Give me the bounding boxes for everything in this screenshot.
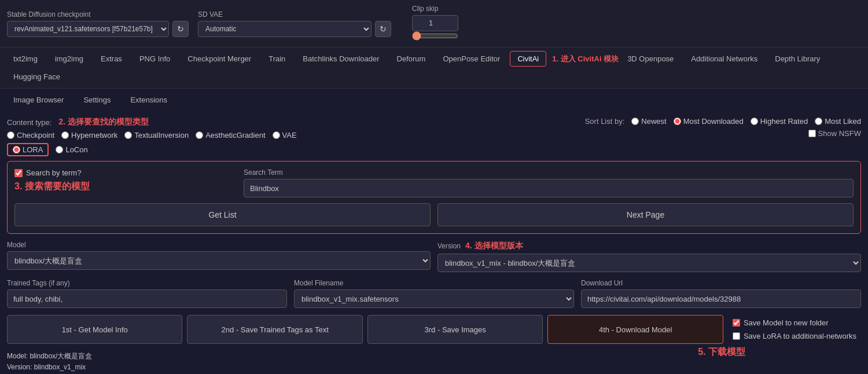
sort-section: Sort List by: Newest Most Downloaded (585, 117, 861, 138)
tab-img2img[interactable]: img2img (47, 51, 91, 67)
version-label: Version (437, 242, 461, 250)
step1-annotation: 1. 进入 CivitAi 模块 (552, 54, 619, 64)
radio-lora[interactable]: LORA (7, 143, 49, 156)
sd-label: Stable Diffusion checkpoint (7, 10, 189, 19)
step5-annotation: 5. 下载模型 (698, 347, 745, 357)
sort-most-downloaded[interactable]: Most Downloaded (674, 117, 744, 126)
vae-section: SD VAE Automatic ↻ (198, 10, 391, 37)
tags-label: Trained Tags (if any) (7, 279, 287, 287)
clip-skip-section: Clip skip (412, 5, 458, 42)
nav-tabs-row2: Image Browser Settings Extensions (0, 89, 868, 112)
nav-tabs-row1: txt2img img2img Extras PNG Info Checkpoi… (0, 47, 868, 89)
tab-additional-networks[interactable]: Additional Networks (683, 51, 765, 67)
vae-select[interactable]: Automatic (198, 21, 372, 37)
step3-annotation: 3. 搜索需要的模型 (14, 181, 234, 193)
top-bar: Stable Diffusion checkpoint revAnimated_… (0, 0, 868, 47)
save-additional-networks-checkbox[interactable] (733, 332, 740, 340)
radio-hypernetwork[interactable]: Hypernetwork (61, 131, 117, 140)
radio-checkpoint[interactable]: Checkpoint (7, 131, 54, 140)
get-list-btn[interactable]: Get List (14, 203, 431, 226)
tab-civitai[interactable]: CivitAi (510, 51, 546, 67)
tab-batchlinks[interactable]: Batchlinks Downloader (295, 51, 387, 67)
filename-select[interactable]: blindbox_v1_mix.safetensors (294, 289, 574, 308)
radio-aestheticgradient[interactable]: AestheticGradient (196, 131, 265, 140)
version-info-value: blindbox_v1_mix (34, 363, 86, 371)
tags-input[interactable] (7, 289, 287, 308)
sort-label: Sort List by: (585, 117, 625, 126)
search-btn-row: Get List Next Page (14, 203, 854, 226)
model-label: Model (7, 241, 431, 249)
sort-most-liked[interactable]: Most Liked (815, 117, 861, 126)
tab-depth-library[interactable]: Depth Library (767, 51, 827, 67)
radio-locon[interactable]: LoCon (56, 143, 87, 156)
sort-highest-rated[interactable]: Highest Rated (751, 117, 808, 126)
download-model-btn[interactable]: 4th - Download Model (547, 315, 723, 344)
filename-field: Model Filename blindbox_v1_mix.safetenso… (294, 279, 574, 308)
step2-annotation: 2. 选择要查找的模型类型 (58, 117, 149, 127)
model-version-row: Model blindbox/大概是盲盒 Version 4. 选择模型版本 b… (7, 241, 861, 272)
next-page-btn[interactable]: Next Page (437, 203, 854, 226)
get-model-info-btn[interactable]: 1st - Get Model Info (7, 315, 182, 344)
sort-options: Newest Most Downloaded Highest Rated (631, 117, 861, 126)
url-label: Download Url (581, 279, 861, 287)
show-nsfw-option[interactable]: Show NSFW (808, 129, 861, 138)
sort-newest[interactable]: Newest (631, 117, 666, 126)
clip-skip-label: Clip skip (412, 5, 458, 13)
save-trained-tags-btn[interactable]: 2nd - Save Trained Tags as Text (187, 315, 362, 344)
vae-label: SD VAE (198, 10, 391, 19)
save-images-btn[interactable]: 3rd - Save Images (367, 315, 543, 344)
content-type-options: Checkpoint Hypernetwork TextualInversion… (7, 131, 297, 140)
search-by-term-checkbox[interactable]: Search by term? (14, 168, 234, 177)
tab-png-info[interactable]: PNG Info (132, 51, 178, 67)
clip-skip-input[interactable] (412, 15, 458, 31)
content-type-section: Content type: 2. 选择要查找的模型类型 Checkpoint H… (7, 117, 297, 156)
show-nsfw-checkbox[interactable] (808, 130, 816, 137)
tab-deforum[interactable]: Deforum (389, 51, 433, 67)
tab-hugging-face[interactable]: Hugging Face (6, 69, 68, 85)
main-content: Content type: 2. 选择要查找的模型类型 Checkpoint H… (0, 112, 868, 374)
content-type-label: Content type: (7, 118, 52, 127)
version-select[interactable]: blindbox_v1_mix - blindbox/大概是盲盒 (437, 254, 861, 272)
save-options: Save Model to new folder Save LoRA to ad… (728, 315, 861, 344)
vae-refresh-btn[interactable]: ↻ (375, 21, 391, 37)
clip-skip-slider[interactable] (412, 31, 458, 41)
tab-3d-openpose[interactable]: 3D Openpose (620, 51, 681, 67)
model-field: Model blindbox/大概是盲盒 (7, 241, 431, 272)
tab-image-browser[interactable]: Image Browser (6, 92, 71, 108)
tab-extensions[interactable]: Extensions (123, 92, 175, 108)
tags-row: Trained Tags (if any) Model Filename bli… (7, 279, 861, 308)
model-info-prefix: Model: (7, 352, 28, 360)
tags-field: Trained Tags (if any) (7, 279, 287, 308)
search-term-label: Search Term (244, 168, 854, 177)
version-field: Version 4. 选择模型版本 blindbox_v1_mix - blin… (437, 241, 861, 272)
sd-checkpoint-section: Stable Diffusion checkpoint revAnimated_… (7, 10, 189, 37)
tab-openpose[interactable]: OpenPose Editor (435, 51, 507, 67)
model-info-row: Model: blindbox/大概是盲盒 Version: blindbox_… (7, 351, 92, 374)
tab-extras[interactable]: Extras (93, 51, 130, 67)
save-additional-networks-option[interactable]: Save LoRA to additional-networks (733, 332, 856, 340)
tab-settings[interactable]: Settings (76, 92, 118, 108)
filename-label: Model Filename (294, 279, 574, 287)
url-input[interactable] (581, 289, 861, 308)
save-new-folder-option[interactable]: Save Model to new folder (733, 318, 856, 327)
search-term-section: Search Term (244, 168, 854, 197)
sd-checkpoint-select[interactable]: revAnimated_v121.safetensors [f57b21e57b… (7, 21, 169, 37)
save-new-folder-checkbox[interactable] (733, 319, 740, 327)
version-info-prefix: Version: (7, 363, 32, 371)
model-select[interactable]: blindbox/大概是盲盒 (7, 251, 431, 270)
tab-checkpoint-merger[interactable]: Checkpoint Merger (180, 51, 259, 67)
sd-refresh-btn[interactable]: ↻ (172, 21, 189, 37)
tab-txt2img[interactable]: txt2img (6, 51, 45, 67)
tab-train[interactable]: Train (261, 51, 293, 67)
step4-annotation: 4. 选择模型版本 (465, 241, 523, 251)
url-field: Download Url (581, 279, 861, 308)
search-term-input[interactable] (244, 179, 854, 197)
model-info-value: blindbox/大概是盲盒 (30, 352, 92, 360)
radio-vae[interactable]: VAE (273, 131, 297, 140)
search-panel: Search by term? 3. 搜索需要的模型 Search Term G… (7, 161, 861, 234)
action-buttons-row: 1st - Get Model Info 2nd - Save Trained … (7, 315, 861, 344)
radio-textualinversion[interactable]: TextualInversion (124, 131, 189, 140)
